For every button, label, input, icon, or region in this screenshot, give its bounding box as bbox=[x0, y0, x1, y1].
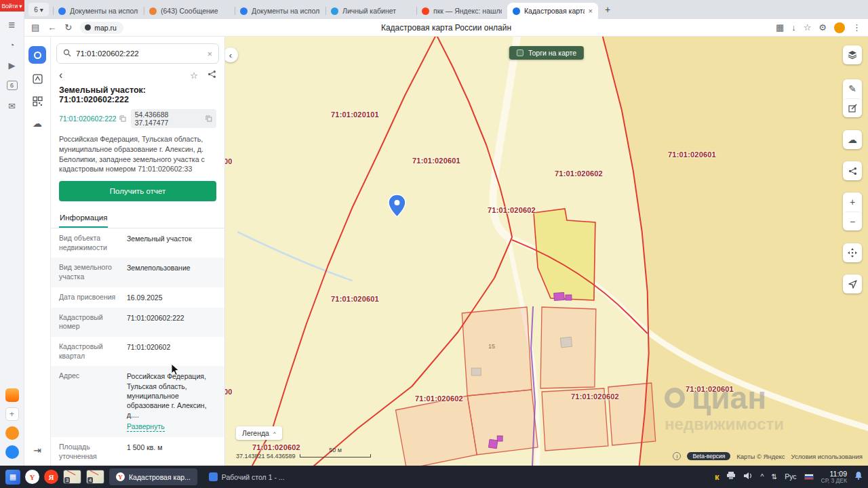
layers-button[interactable] bbox=[843, 45, 862, 64]
tab-favicon bbox=[58, 7, 66, 15]
tab-title: Документы на исполнен bbox=[252, 7, 320, 15]
back-icon[interactable]: ← bbox=[47, 23, 56, 32]
download-icon[interactable]: ↓ bbox=[791, 23, 796, 32]
task-favicon: Y bbox=[116, 472, 125, 481]
locate-me-button[interactable] bbox=[843, 274, 862, 293]
volume-icon[interactable] bbox=[743, 470, 753, 483]
zoom-out-button[interactable]: − bbox=[843, 211, 862, 230]
clock-widget[interactable]: 11:09 СР, 3 ДЕК bbox=[821, 470, 847, 485]
quarter-label: 71:01:020601 bbox=[412, 157, 460, 165]
tab-title: Документы на исполнен bbox=[70, 7, 138, 15]
network-icon[interactable]: ⇅ bbox=[771, 472, 777, 481]
counter-badge[interactable]: 6 bbox=[5, 78, 20, 93]
table-row: Вид объекта недвижимости Земельный участ… bbox=[51, 228, 224, 258]
menu-kebab-icon[interactable]: ⋮ bbox=[852, 23, 861, 32]
notifications-icon[interactable] bbox=[854, 470, 863, 483]
bookmark-icon[interactable]: ☆ bbox=[804, 23, 812, 32]
reload-icon[interactable]: ↻ bbox=[64, 23, 72, 32]
start-apps-button[interactable]: ▦ bbox=[5, 470, 20, 485]
checkbox-icon[interactable] bbox=[517, 49, 524, 56]
browser-tab[interactable]: Документы на исполнен bbox=[235, 3, 326, 19]
terms-link[interactable]: Условия использования bbox=[791, 453, 863, 460]
page-content: ☁ ⇥ × ‹ ☆ bbox=[24, 37, 868, 466]
map-canvas[interactable]: 71:01:020101 71:01:020601 71:01:020602 7… bbox=[225, 37, 868, 466]
odnoklassniki-icon[interactable] bbox=[5, 426, 19, 440]
keyboard-layout[interactable]: Рус bbox=[785, 472, 796, 481]
settings-gear-icon[interactable]: ⚙ bbox=[818, 23, 827, 32]
copy-icon bbox=[119, 115, 126, 122]
chevron-down-icon: ▾ bbox=[40, 6, 43, 14]
browser-tab[interactable]: пкк — Яндекс: нашлось bbox=[416, 3, 507, 19]
exit-arrow-icon[interactable]: ⇥ bbox=[30, 443, 45, 458]
cadastral-number-link[interactable]: 71:01:020602:222 bbox=[59, 115, 126, 123]
copy-icon bbox=[205, 115, 212, 122]
yandex-games-icon[interactable] bbox=[5, 388, 19, 402]
panel-tabs: Информация bbox=[51, 210, 224, 228]
messages-icon[interactable]: ✉ bbox=[5, 98, 20, 113]
address-bar[interactable]: map.ru bbox=[80, 22, 123, 34]
quarter-label: 71:01:020602 bbox=[571, 392, 619, 401]
qr-code-icon[interactable] bbox=[30, 94, 45, 108]
zoom-in-button[interactable]: + bbox=[843, 192, 862, 211]
search-input[interactable] bbox=[76, 49, 202, 58]
flag-icon[interactable] bbox=[804, 474, 814, 480]
kontur-tray-icon[interactable]: к bbox=[715, 472, 719, 482]
profile-avatar[interactable] bbox=[834, 22, 845, 33]
browser-toolbar: ▤ ← ↻ map.ru Кадастровая карта России он… bbox=[24, 19, 868, 37]
beta-badge: Beta-версия bbox=[687, 452, 730, 460]
yandex-browser-icon[interactable]: Y bbox=[25, 470, 39, 484]
new-tab-button[interactable]: + bbox=[601, 3, 614, 16]
cloud-icon[interactable]: ☁ bbox=[30, 116, 45, 131]
desktop-thumbnail[interactable]: 3 bbox=[63, 470, 81, 484]
attribute-table: Вид объекта недвижимости Земельный участ… bbox=[51, 228, 224, 466]
measure-button[interactable] bbox=[843, 98, 862, 117]
coordinates-chip[interactable]: 54.436688 37.147477 bbox=[131, 109, 216, 128]
tray-expand-icon[interactable]: ^ bbox=[760, 472, 764, 481]
nspd-app-icon[interactable] bbox=[28, 46, 46, 64]
toolbar-right-group: ▦ ↓ ☆ ⚙ ⋮ bbox=[776, 22, 861, 33]
browser-tab-active[interactable]: Кадастровая карта Рос × bbox=[507, 3, 598, 19]
location-pin bbox=[389, 195, 406, 217]
tab-title: Личный кабинет bbox=[342, 7, 411, 15]
pan-mode-button[interactable] bbox=[843, 243, 862, 262]
quarter-label: 71:01:020602 bbox=[415, 394, 463, 403]
tab-group-badge[interactable]: 6▾ bbox=[28, 3, 49, 16]
play-icon[interactable]: ▶ bbox=[5, 58, 20, 73]
login-label: Войти bbox=[1, 3, 18, 9]
legend-button[interactable]: Легенда ^ bbox=[236, 426, 282, 440]
cadastral-map-icon[interactable] bbox=[30, 71, 45, 86]
tab-information[interactable]: Информация bbox=[59, 210, 108, 228]
share-icon[interactable] bbox=[208, 69, 216, 81]
sidebar-toggle-icon[interactable]: ▤ bbox=[31, 23, 39, 32]
torgi-toggle[interactable]: Торги на карте bbox=[509, 46, 584, 60]
browser-tab[interactable]: Личный кабинет bbox=[326, 3, 416, 19]
printer-icon[interactable] bbox=[726, 470, 736, 483]
desktop-thumbnail[interactable]: 4 bbox=[86, 470, 104, 484]
expand-address-link[interactable]: Развернуть bbox=[127, 422, 165, 432]
history-clock-icon[interactable]: ◔ bbox=[5, 37, 20, 52]
panel-toolbar: ‹ ☆ bbox=[51, 65, 224, 83]
login-button[interactable]: Войти▾ bbox=[0, 0, 24, 12]
taskbar-task-active[interactable]: Y Кадастровая кар... bbox=[109, 468, 197, 485]
yandex-start-icon[interactable]: Я bbox=[44, 470, 58, 484]
task-icon bbox=[209, 472, 218, 481]
map-share-button[interactable] bbox=[843, 161, 862, 180]
pencil-button[interactable]: ✎ bbox=[843, 79, 862, 98]
cursor-coordinates: 37.143821 54.436589 bbox=[236, 453, 296, 460]
journal-icon[interactable]: ≣ bbox=[5, 17, 20, 32]
favorite-star-icon[interactable]: ☆ bbox=[190, 70, 198, 81]
get-report-button[interactable]: Получить отчет bbox=[59, 181, 216, 201]
apps-grid-icon[interactable]: ▦ bbox=[776, 23, 784, 32]
panel-back-icon[interactable]: ‹ bbox=[59, 70, 62, 81]
add-panel-button[interactable]: + bbox=[5, 407, 19, 421]
clear-search-icon[interactable]: × bbox=[207, 49, 212, 59]
print-export-button[interactable]: ☁ bbox=[843, 130, 862, 149]
browser-tab[interactable]: Документы на исполнен bbox=[53, 3, 144, 19]
vk-icon[interactable] bbox=[5, 445, 19, 459]
tab-close-icon[interactable]: × bbox=[589, 7, 593, 15]
info-icon[interactable]: i bbox=[673, 452, 681, 460]
taskbar-task-desktop[interactable]: Рабочий стол 1 - ... bbox=[202, 468, 292, 485]
browser-tab[interactable]: (643) Сообщение bbox=[144, 3, 235, 19]
address-text: map.ru bbox=[94, 24, 117, 32]
search-box[interactable]: × bbox=[56, 43, 219, 64]
